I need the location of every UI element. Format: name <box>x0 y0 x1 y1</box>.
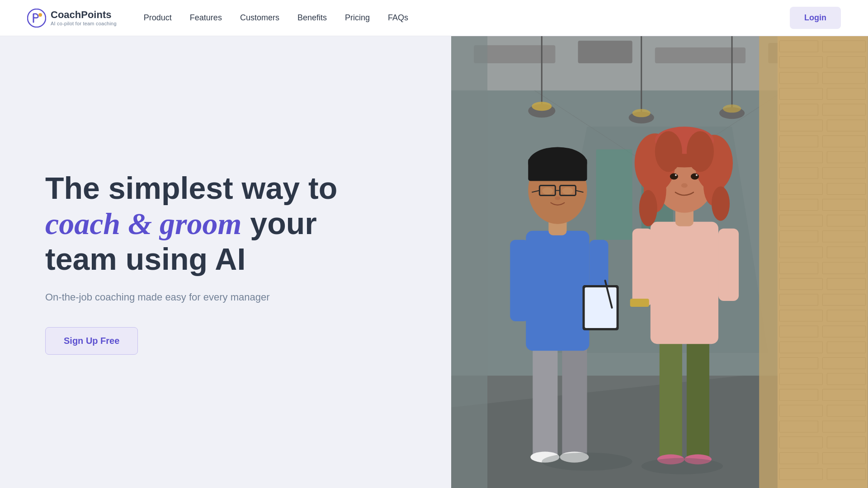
svg-point-103 <box>562 188 573 195</box>
svg-point-127 <box>675 174 677 176</box>
svg-rect-11 <box>578 41 632 63</box>
svg-rect-83 <box>533 344 558 457</box>
nav-product[interactable]: Product <box>144 13 172 23</box>
svg-point-16 <box>532 102 552 111</box>
login-button[interactable]: Login <box>790 7 841 29</box>
logo-subtitle: AI co-pilot for team coaching <box>51 21 117 26</box>
logo-text-block: CoachPoints AI co-pilot for team coachin… <box>51 9 117 26</box>
hero-image <box>451 36 868 488</box>
svg-rect-105 <box>660 335 682 457</box>
svg-rect-87 <box>526 231 590 351</box>
hero-content: The simplest way to coach & groom your t… <box>0 36 451 488</box>
logo[interactable]: CoachPoints AI co-pilot for team coachin… <box>27 9 117 28</box>
svg-rect-106 <box>687 335 709 457</box>
svg-rect-109 <box>651 222 718 344</box>
hero-heading-italic: coach & groom <box>45 206 241 241</box>
nav-faqs[interactable]: FAQs <box>388 13 408 23</box>
nav-features[interactable]: Features <box>190 13 222 23</box>
svg-point-132 <box>642 458 723 474</box>
svg-rect-81 <box>596 149 632 239</box>
svg-rect-110 <box>632 229 653 305</box>
svg-point-1 <box>38 13 42 17</box>
navbar: CoachPoints AI co-pilot for team coachin… <box>0 0 868 36</box>
logo-title: CoachPoints <box>51 9 117 20</box>
svg-point-19 <box>632 109 651 117</box>
svg-point-22 <box>723 104 741 113</box>
svg-point-118 <box>655 131 682 172</box>
svg-point-126 <box>691 174 699 180</box>
svg-point-125 <box>670 174 678 180</box>
hero-section: The simplest way to coach & groom your t… <box>0 36 868 488</box>
svg-point-119 <box>687 131 714 172</box>
hero-heading-before: The simplest way to <box>45 171 337 205</box>
svg-rect-111 <box>718 229 739 301</box>
logo-icon <box>27 9 46 28</box>
signup-button[interactable]: Sign Up Free <box>45 327 138 355</box>
svg-point-102 <box>542 188 553 195</box>
svg-point-123 <box>712 187 730 221</box>
svg-point-104 <box>555 197 561 200</box>
svg-point-122 <box>639 190 657 226</box>
hero-heading: The simplest way to coach & groom your t… <box>45 170 389 277</box>
hero-subtext: On-the-job coaching made easy for every … <box>45 290 415 305</box>
nav-pricing[interactable]: Pricing <box>345 13 370 23</box>
hero-image-area <box>451 36 868 488</box>
svg-rect-88 <box>510 240 529 321</box>
svg-rect-130 <box>760 36 778 488</box>
svg-point-124 <box>681 183 688 188</box>
svg-rect-129 <box>630 299 649 307</box>
svg-point-131 <box>542 453 632 471</box>
nav-customers[interactable]: Customers <box>240 13 279 23</box>
svg-rect-84 <box>562 344 587 457</box>
svg-point-128 <box>696 174 698 176</box>
nav-links: Product Features Customers Benefits Pric… <box>144 13 781 23</box>
svg-rect-96 <box>528 158 587 181</box>
nav-benefits[interactable]: Benefits <box>297 13 327 23</box>
svg-rect-80 <box>451 36 487 488</box>
